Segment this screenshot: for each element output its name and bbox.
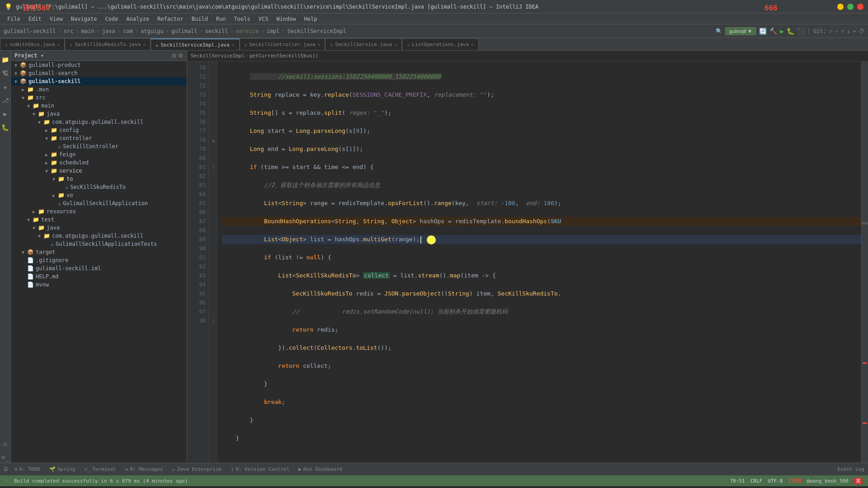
maximize-button[interactable]: □ [847, 4, 854, 10]
close-button[interactable]: ✕ [857, 4, 863, 10]
tree-item-vo[interactable]: ▶ 📁 vo [11, 191, 187, 199]
tree-item-search[interactable]: ▼ 📦 gulimall-search [11, 69, 187, 77]
tree-item-apptest[interactable]: ☕ GulimallSeckillApplicationTests [11, 240, 187, 248]
tab-seckill-service-impl[interactable]: ☕ SeckillServiceImpl.java ✕ [151, 38, 239, 50]
nav-run-btn[interactable]: gulimall ▼ [725, 27, 756, 35]
tree-item-help[interactable]: 📄 HELP.md [11, 272, 187, 281]
project-collapse-btn[interactable]: ⊟ [172, 52, 176, 59]
tree-item-testpkg[interactable]: ▼ 📁 com.atguigu.gulimall.seckill [11, 232, 187, 240]
tree-item-src[interactable]: ▼ 📁 src [11, 94, 187, 102]
tree-item-gitignore[interactable]: 📄 .gitignore [11, 256, 187, 264]
status-encoding[interactable]: UTF-8 [768, 478, 783, 484]
nav-git-push[interactable]: ↑ [841, 28, 844, 34]
menu-run[interactable]: Run [212, 15, 230, 23]
menu-navigate[interactable]: Navigate [67, 15, 101, 23]
bottom-run-dashboard[interactable]: ▶ Run Dashboard [296, 465, 345, 473]
menu-refactor[interactable]: Refactor [154, 15, 187, 23]
menu-vcs[interactable]: VCS [255, 15, 272, 23]
nav-main[interactable]: main [81, 28, 94, 34]
nav-seckill[interactable]: seckill [205, 28, 228, 34]
tab-close-5[interactable]: ✕ [394, 42, 397, 47]
tree-item-pkg[interactable]: ▼ 📁 com.atguigu.gulimall.seckill [11, 118, 187, 126]
menu-help[interactable]: Help [301, 15, 321, 23]
nav-java[interactable]: java [102, 28, 115, 34]
tab-ns-with-skus[interactable]: ☕ nsWithSkus.java ✕ [0, 38, 65, 50]
tab-close-3[interactable]: ✕ [232, 42, 235, 47]
nav-git-update[interactable]: ↓ [847, 28, 850, 34]
status-user[interactable]: @wang_book_500 [807, 478, 849, 484]
sidebar-terminal-icon[interactable]: >_ [0, 452, 11, 463]
menu-window[interactable]: Window [273, 15, 299, 23]
tab-seckill-controller[interactable]: ☕ SeckillController.java ✕ [240, 38, 326, 50]
bottom-messages[interactable]: ✉ 0: Messages [123, 465, 165, 473]
bottom-left-icon[interactable]: ☰ [4, 466, 8, 472]
tree-item-seckillskuredisto[interactable]: ☕ SecKillSkuRedisTo [11, 183, 187, 191]
tree-item-test[interactable]: ▼ 📁 test [11, 216, 187, 224]
menu-view[interactable]: View [46, 15, 66, 23]
tree-item-seckillcontroller[interactable]: ☕ SeckillController [11, 142, 187, 150]
project-settings-btn[interactable]: ⚙ [178, 52, 183, 59]
tree-item-product[interactable]: ▼ 📦 gulimall-product [11, 61, 187, 69]
sidebar-structure-icon[interactable]: 🏗 [0, 68, 10, 79]
menu-code[interactable]: Code [102, 15, 122, 23]
tab-close-4[interactable]: ✕ [317, 42, 320, 47]
menu-tools[interactable]: Tools [231, 15, 254, 23]
tree-item-resources[interactable]: ▶ 📁 resources [11, 207, 187, 216]
menu-analyze[interactable]: Analyze [123, 15, 153, 23]
bottom-todo[interactable]: ≡ 6: TODO [12, 465, 43, 473]
tree-item-target[interactable]: ▼ 📦 target [11, 248, 187, 256]
tree-item-testjava[interactable]: ▼ 📁 java [11, 224, 187, 232]
tab-close-6[interactable]: ✕ [471, 42, 474, 47]
sidebar-debug-icon[interactable]: 🐛 [0, 122, 11, 133]
status-input-method[interactable]: 英 [854, 478, 863, 484]
nav-src[interactable]: src [64, 28, 74, 34]
tree-item-controller[interactable]: ▼ 📁 controller [11, 134, 187, 142]
tab-seckill-service[interactable]: ☕ SeckillService.java ✕ [325, 38, 402, 50]
tree-item-seckill[interactable]: ▼ 📦 gulimall-seckill [11, 77, 187, 85]
minimize-button[interactable]: — [837, 4, 844, 10]
nav-git-revert[interactable]: ↩ [853, 28, 856, 34]
nav-search-icon[interactable]: 🔍 [716, 28, 722, 34]
nav-atguigu[interactable]: atguigu [141, 28, 164, 34]
tab-seckill-sku-redis[interactable]: ☕ SecKillSkuRedisTo.java ✕ [65, 38, 151, 50]
nav-gulimall[interactable]: gulimall [171, 28, 198, 34]
tree-item-config[interactable]: ▶ 📁 config [11, 126, 187, 134]
menu-edit[interactable]: Edit [25, 15, 45, 23]
sidebar-project-icon[interactable]: 📁 [0, 54, 11, 65]
sidebar-todo-icon[interactable]: ☑ [1, 438, 9, 449]
menu-file[interactable]: File [4, 15, 24, 23]
tree-item-main[interactable]: ▼ 📁 main [11, 102, 187, 110]
breadcrumb-method[interactable]: getCurrentSeckillSkus() [250, 53, 318, 59]
tree-item-mvnw[interactable]: 📄 mvnw [11, 281, 187, 289]
tree-item-feign[interactable]: ▶ 📁 feign [11, 150, 187, 159]
menu-build[interactable]: Build [188, 15, 212, 23]
breadcrumb-class[interactable]: SeckillServiceImpl [191, 53, 245, 59]
tree-item-mvn[interactable]: ▶ 📁 .mvn [11, 85, 187, 94]
sidebar-git-icon[interactable]: ⎇ [0, 95, 11, 106]
status-position[interactable]: 78:51 [730, 478, 745, 484]
tab-close-2[interactable]: ✕ [143, 42, 146, 47]
nav-debug-icon[interactable]: 🐛 [787, 28, 794, 35]
nav-run-icon[interactable]: ▶ [780, 28, 783, 35]
tree-item-app[interactable]: ☕ GulimallSeckillApplication [11, 199, 187, 207]
nav-build-icon[interactable]: 🔨 [769, 28, 777, 35]
bottom-java-enterprise[interactable]: ☕ Java Enterprise [169, 465, 224, 473]
sidebar-run-icon[interactable]: ▶ [1, 108, 9, 119]
tree-item-iml[interactable]: 📄 gulimall-seckill.iml [11, 264, 187, 272]
tab-close-1[interactable]: ✕ [57, 42, 60, 47]
nav-git-check[interactable]: ✓ [829, 28, 832, 34]
code-editor[interactable]: //seckill:sessions:1582250400000_1582254… [218, 61, 861, 463]
tab-list-operations[interactable]: ☕ ListOperations.java ✕ [402, 38, 479, 50]
bottom-version-control[interactable]: ↕ 9: Version Control [228, 465, 292, 473]
nav-impl[interactable]: impl [266, 28, 279, 34]
tree-item-scheduled[interactable]: ▶ 📁 scheduled [11, 159, 187, 167]
sidebar-favorites-icon[interactable]: ★ [1, 81, 9, 92]
nav-com[interactable]: com [123, 28, 133, 34]
tree-item-service[interactable]: ▼ 📁 service [11, 167, 187, 175]
nav-git-history[interactable]: ⏱ [859, 28, 864, 34]
nav-class[interactable]: SeckillServiceImpl [288, 28, 346, 34]
bottom-terminal[interactable]: >_ Terminal [82, 465, 119, 473]
bottom-spring[interactable]: 🌱 Spring [47, 465, 78, 473]
tree-item-to[interactable]: ▼ 📁 to [11, 175, 187, 183]
status-line-ending[interactable]: CRLF [750, 478, 763, 484]
